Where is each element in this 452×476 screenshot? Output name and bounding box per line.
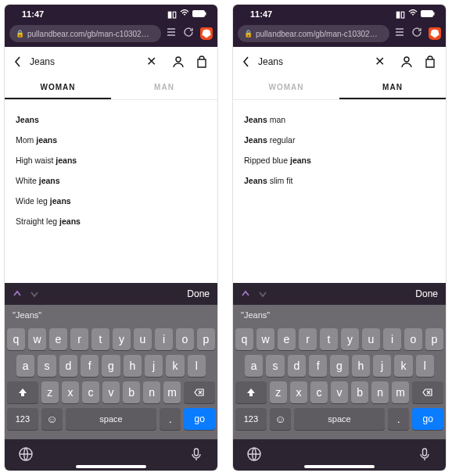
letter-key-b[interactable]: b — [351, 381, 368, 403]
letter-key-s[interactable]: s — [38, 355, 56, 377]
suggestion-item[interactable]: Jeans man — [244, 109, 435, 130]
tab-man[interactable]: MAN — [111, 77, 217, 99]
suggestion-item[interactable]: Jeans regular — [244, 130, 435, 150]
suggestion-item[interactable]: Jeans slim fit — [244, 170, 435, 191]
field-prev-icon[interactable] — [13, 289, 22, 299]
space-key[interactable]: space — [294, 408, 385, 430]
letter-key-g[interactable]: g — [102, 355, 120, 377]
dot-key[interactable]: . — [388, 408, 409, 430]
letter-key-d[interactable]: d — [288, 355, 306, 377]
letter-key-l[interactable]: l — [416, 355, 434, 377]
suggestion-item[interactable]: Straight leg jeans — [16, 211, 206, 231]
letter-key-x[interactable]: x — [290, 381, 307, 403]
go-key[interactable]: go — [184, 408, 215, 430]
clear-search-icon[interactable]: ✕ — [375, 55, 385, 68]
letter-key-m[interactable]: m — [392, 381, 409, 403]
letter-key-a[interactable]: a — [16, 355, 34, 377]
letter-key-g[interactable]: g — [330, 355, 348, 377]
globe-icon[interactable] — [247, 447, 261, 461]
suggestion-item[interactable]: Mom jeans — [16, 130, 206, 150]
letter-key-q[interactable]: q — [7, 328, 25, 350]
letter-key-d[interactable]: d — [59, 355, 77, 377]
account-icon[interactable] — [172, 55, 185, 68]
keyboard-suggest-bar[interactable]: "Jeans" — [233, 305, 446, 325]
brave-shield-icon[interactable] — [200, 27, 213, 40]
url-field[interactable]: 🔒 pullandbear.com/gb/man-c10302… — [9, 25, 161, 42]
space-key[interactable]: space — [66, 408, 156, 430]
letter-key-w[interactable]: w — [256, 328, 274, 350]
menu-icon[interactable] — [166, 27, 177, 41]
letter-key-a[interactable]: a — [245, 355, 263, 377]
bag-icon[interactable] — [424, 55, 436, 68]
dot-key[interactable]: . — [160, 408, 181, 430]
letter-key-f[interactable]: f — [81, 355, 99, 377]
letter-key-z[interactable]: z — [270, 381, 287, 403]
letter-key-c[interactable]: c — [82, 381, 99, 403]
brave-shield-icon[interactable] — [429, 27, 441, 40]
field-next-icon[interactable] — [258, 289, 267, 299]
emoji-key[interactable]: ☺ — [270, 408, 291, 430]
suggestion-item[interactable]: White jeans — [16, 170, 206, 191]
keyboard-done-button[interactable]: Done — [187, 288, 210, 299]
letter-key-p[interactable]: p — [197, 328, 215, 350]
search-term[interactable]: Jeans — [258, 56, 367, 67]
letter-key-v[interactable]: v — [102, 381, 120, 403]
letter-key-x[interactable]: x — [62, 381, 79, 403]
letter-key-n[interactable]: n — [371, 381, 389, 403]
go-key[interactable]: go — [412, 408, 443, 430]
letter-key-j[interactable]: j — [145, 355, 163, 377]
globe-icon[interactable] — [19, 447, 33, 461]
letter-key-o[interactable]: o — [176, 328, 194, 350]
clear-search-icon[interactable]: ✕ — [146, 55, 156, 68]
letter-key-i[interactable]: i — [383, 328, 401, 350]
letter-key-p[interactable]: p — [425, 328, 443, 350]
url-field[interactable]: 🔒 pullandbear.com/gb/man-c10302… — [238, 25, 389, 42]
keyboard-done-button[interactable]: Done — [415, 288, 438, 299]
reload-icon[interactable] — [183, 27, 194, 41]
letter-key-b[interactable]: b — [123, 381, 140, 403]
letter-key-i[interactable]: i — [155, 328, 173, 350]
emoji-key[interactable]: ☺ — [41, 408, 63, 430]
mic-icon[interactable] — [189, 447, 203, 461]
number-mode-key[interactable]: 123 — [235, 408, 267, 430]
letter-key-e[interactable]: e — [278, 328, 296, 350]
letter-key-e[interactable]: e — [49, 328, 67, 350]
letter-key-h[interactable]: h — [124, 355, 142, 377]
home-indicator[interactable] — [304, 465, 375, 468]
tab-man[interactable]: MAN — [339, 77, 446, 99]
field-prev-icon[interactable] — [241, 289, 250, 299]
letter-key-r[interactable]: r — [299, 328, 317, 350]
tab-woman[interactable]: WOMAN — [233, 77, 339, 99]
field-next-icon[interactable] — [30, 289, 39, 299]
reload-icon[interactable] — [411, 27, 422, 41]
tab-woman[interactable]: WOMAN — [5, 77, 111, 99]
letter-key-n[interactable]: n — [143, 381, 160, 403]
letter-key-c[interactable]: c — [310, 381, 328, 403]
letter-key-o[interactable]: o — [404, 328, 422, 350]
home-indicator[interactable] — [76, 465, 146, 468]
letter-key-v[interactable]: v — [331, 381, 348, 403]
letter-key-s[interactable]: s — [266, 355, 284, 377]
letter-key-r[interactable]: r — [70, 328, 88, 350]
letter-key-y[interactable]: y — [341, 328, 359, 350]
letter-key-t[interactable]: t — [91, 328, 109, 350]
letter-key-f[interactable]: f — [309, 355, 327, 377]
letter-key-m[interactable]: m — [163, 381, 181, 403]
letter-key-l[interactable]: l — [188, 355, 206, 377]
keyboard-suggest-bar[interactable]: "Jeans" — [5, 305, 217, 325]
letter-key-y[interactable]: y — [113, 328, 131, 350]
menu-icon[interactable] — [394, 27, 405, 41]
suggestion-item[interactable]: High waist jeans — [16, 150, 206, 170]
letter-key-h[interactable]: h — [352, 355, 370, 377]
suggestion-item[interactable]: Jeans — [16, 109, 206, 130]
letter-key-t[interactable]: t — [320, 328, 338, 350]
bag-icon[interactable] — [196, 55, 208, 68]
chevron-left-icon[interactable] — [242, 56, 250, 67]
letter-key-z[interactable]: z — [41, 381, 59, 403]
number-mode-key[interactable]: 123 — [7, 408, 38, 430]
letter-key-q[interactable]: q — [235, 328, 253, 350]
suggestion-item[interactable]: Wide leg jeans — [16, 191, 206, 211]
letter-key-j[interactable]: j — [373, 355, 391, 377]
letter-key-u[interactable]: u — [362, 328, 380, 350]
chevron-left-icon[interactable] — [14, 56, 22, 67]
